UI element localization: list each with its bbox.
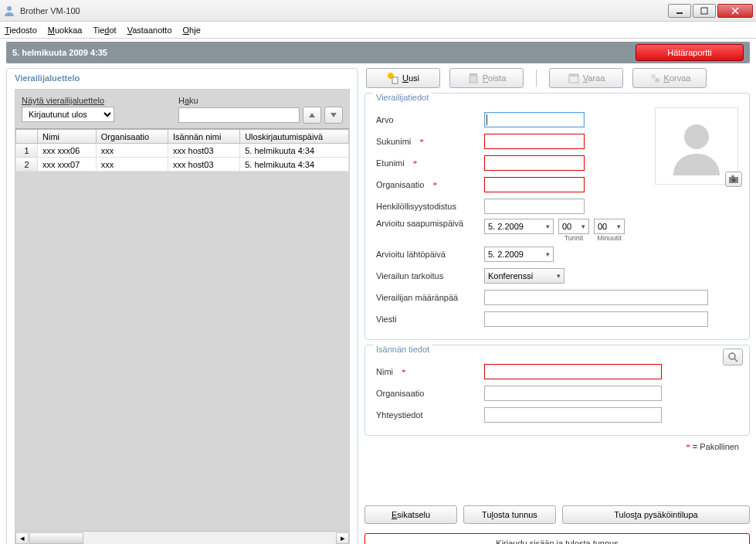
field-sukunimi[interactable] <box>484 134 585 149</box>
col-nimi[interactable]: Nimi <box>38 130 97 144</box>
new-button[interactable]: Uusi <box>366 68 440 88</box>
svg-point-8 <box>651 74 656 79</box>
window-title: Brother VM-100 <box>20 6 666 15</box>
visitor-info-group: Vierailijatiedot Arvo Sukunimi * Etunimi… <box>364 93 750 340</box>
field-organisaatio[interactable] <box>484 177 585 192</box>
departure-date-select[interactable]: 5. 2.2009 <box>484 246 554 262</box>
search-label: Haku <box>178 96 343 105</box>
purpose-select[interactable]: Konferenssi <box>484 268 564 284</box>
menu-vastaanotto[interactable]: Vastaanotto <box>127 26 172 35</box>
filter-label: Näytä vierailijaluettelo <box>22 96 172 105</box>
lbl-etunimi: Etunimi <box>376 158 405 168</box>
svg-rect-5 <box>470 76 477 83</box>
replace-button[interactable]: Korvaa <box>632 68 707 88</box>
filter-select[interactable]: Kirjautunut ulos <box>22 107 114 122</box>
lbl-tarkoitus: Vierailun tarkoitus <box>376 271 484 280</box>
lbl-lahto: Arvioitu lähtöpäivä <box>376 250 484 259</box>
title-bar: Brother VM-100 <box>0 0 756 22</box>
svg-rect-1 <box>676 12 683 14</box>
host-info-group: Isännän tiedot Nimi * Organisaatio Yhtey… <box>364 345 750 436</box>
lbl-henkilo: Henkilöllisyystodistus <box>376 202 484 211</box>
date-strip: 5. helmikuuta 2009 4:35 Hätäraportti <box>6 42 750 63</box>
host-legend: Isännän tiedot <box>373 345 432 354</box>
arrival-date-select[interactable]: 5. 2.2009 <box>484 219 554 234</box>
camera-button[interactable] <box>725 172 742 187</box>
visitor-list-panel: Vierailijaluettelo Näytä vierailijaluett… <box>6 68 358 544</box>
new-icon <box>387 72 399 84</box>
lbl-organisaatio: Organisaatio <box>376 180 424 189</box>
print-parking-button[interactable]: Tulosta pysäköintilupa <box>562 505 750 524</box>
menu-ohje[interactable]: Ohje <box>183 26 201 35</box>
reserve-button[interactable]: Varaa <box>549 68 623 88</box>
svg-point-9 <box>655 78 659 83</box>
host-search-button[interactable] <box>723 348 743 366</box>
visitor-grid[interactable]: Nimi Organisaatio Isännän nimi Uloskirja… <box>15 128 349 172</box>
delete-button[interactable]: Poista <box>449 68 524 88</box>
field-host-nimi[interactable] <box>484 364 662 379</box>
lbl-sukunimi: Sukunimi <box>376 137 411 146</box>
close-button[interactable] <box>717 4 753 18</box>
lbl-host-nimi: Nimi <box>376 367 393 376</box>
lbl-host-yhteys: Yhteystiedot <box>376 410 484 420</box>
lbl-saapumis: Arvioitu saapumispäivä <box>376 219 484 228</box>
preview-button[interactable]: Esikatselu <box>364 505 457 524</box>
arrival-min-select[interactable]: 00 <box>594 219 625 234</box>
visitor-list-caption: Vierailijaluettelo <box>7 69 358 89</box>
app-icon <box>3 5 15 17</box>
field-viesti[interactable] <box>484 311 708 327</box>
field-etunimi[interactable] <box>484 155 585 171</box>
field-maaranpaa[interactable] <box>484 290 708 305</box>
table-row[interactable]: 1 xxx xxx06 xxx xxx host03 5. helmikuuta… <box>16 144 349 158</box>
field-arvo[interactable] <box>484 112 585 128</box>
menu-muokkaa[interactable]: Muokkaa <box>48 26 83 35</box>
emergency-report-button[interactable]: Hätäraportti <box>636 44 744 61</box>
lbl-maaranpaa: Vierailijan määränpää <box>376 293 484 302</box>
toolbar: Uusi Poista Varaa Korvaa <box>364 68 750 88</box>
col-out[interactable]: Uloskirjautumispäivä <box>240 130 349 144</box>
print-badge-button[interactable]: Tulosta tunnus <box>463 505 556 524</box>
maximize-button[interactable] <box>693 4 716 18</box>
col-org[interactable]: Organisaatio <box>96 130 168 144</box>
delete-icon <box>467 72 480 84</box>
col-host[interactable]: Isännän nimi <box>168 130 239 144</box>
menu-bar: Tiedosto Muokkaa Tiedot Vastaanotto Ohje <box>0 22 756 39</box>
search-up-button[interactable] <box>303 107 321 124</box>
menu-tiedosto[interactable]: Tiedosto <box>5 26 37 35</box>
reserve-icon <box>568 72 580 84</box>
table-row[interactable]: 2 xxx xxx07 xxx xxx host03 5. helmikuuta… <box>16 158 349 172</box>
lbl-arvo: Arvo <box>376 115 484 124</box>
signin-print-button[interactable]: Kirjaudu sisään ja tulosta tunnus <box>364 533 750 544</box>
search-input[interactable] <box>178 107 300 123</box>
required-note: * = Pakollinen <box>364 440 750 453</box>
horizontal-scrollbar[interactable]: ◂▸ <box>15 531 349 544</box>
svg-point-14 <box>729 353 735 359</box>
svg-point-13 <box>732 178 736 182</box>
current-datetime: 5. helmikuuta 2009 4:35 <box>12 48 107 57</box>
svg-point-0 <box>7 6 12 11</box>
svg-rect-4 <box>392 77 398 83</box>
field-host-yhteys[interactable] <box>484 407 662 423</box>
svg-rect-2 <box>701 8 707 14</box>
lbl-host-org: Organisaatio <box>376 389 484 398</box>
svg-rect-7 <box>569 74 578 76</box>
svg-rect-12 <box>731 175 734 178</box>
arrival-hour-select[interactable]: 00 <box>558 219 589 234</box>
field-henkilo[interactable] <box>484 199 585 214</box>
field-host-org[interactable] <box>484 386 662 401</box>
menu-tiedot[interactable]: Tiedot <box>93 26 116 35</box>
svg-point-10 <box>684 124 709 149</box>
minimize-button[interactable] <box>668 4 691 18</box>
search-down-button[interactable] <box>324 107 343 124</box>
visitor-legend: Vierailijatiedot <box>373 93 432 102</box>
replace-icon <box>649 72 661 84</box>
lbl-viesti: Viesti <box>376 314 484 324</box>
